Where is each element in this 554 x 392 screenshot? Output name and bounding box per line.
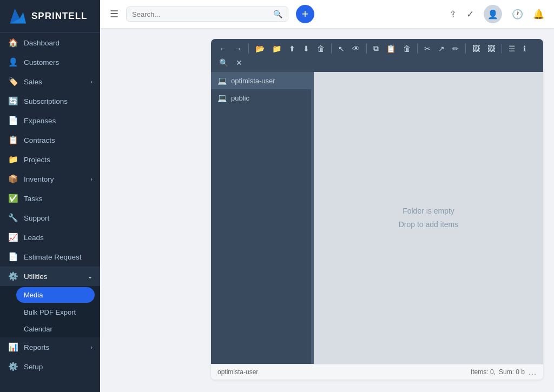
app-logo: SPRINTELL xyxy=(0,0,100,33)
search-input[interactable] xyxy=(132,10,270,18)
delete-button[interactable]: 🗑 xyxy=(400,43,413,55)
fm-empty-line2: Drop to add items xyxy=(399,218,459,231)
topbar: ☰ 🔍 + ⇪ ✓ 👤 🕐 🔔 xyxy=(100,0,554,28)
dashboard-icon: 🏠 xyxy=(8,38,18,48)
chevron-right-icon: › xyxy=(90,344,93,350)
submenu-item-bulk-pdf[interactable]: Bulk PDF Export xyxy=(0,304,100,321)
toolbar-separator xyxy=(417,44,418,54)
sidebar-item-tasks[interactable]: ✅ Tasks xyxy=(0,189,100,208)
submenu-item-media[interactable]: Media xyxy=(16,287,95,303)
sidebar-item-dashboard[interactable]: 🏠 Dashboard xyxy=(0,33,100,52)
notifications-icon[interactable]: 🔔 xyxy=(533,9,544,20)
submenu-label: Calendar xyxy=(24,325,52,333)
sidebar-item-reports[interactable]: 📊 Reports › xyxy=(0,337,100,357)
select-button[interactable]: ↖ xyxy=(335,43,347,55)
sidebar-item-utilities[interactable]: ⚙️ Utilities ⌄ xyxy=(0,267,100,286)
back-button[interactable]: ← xyxy=(216,43,229,55)
forward-button[interactable]: → xyxy=(232,43,245,55)
fm-toolbar: ← → 📂 📁 ⬆ ⬇ 🗑 ↖ 👁 ⧉ 📋 🗑 ✂ ↗ ✏ 🖼 🖼 ☰ ℹ xyxy=(211,39,543,72)
fm-tree-item-label: public xyxy=(231,94,249,102)
fm-search-button[interactable]: 🔍 xyxy=(216,57,231,69)
download-button[interactable]: ⬇ xyxy=(300,43,312,55)
sidebar-item-label: Reports xyxy=(24,343,49,351)
fm-tree-item-optimista[interactable]: 💻 optimista-user xyxy=(211,72,314,89)
leads-icon: 📈 xyxy=(8,232,18,242)
sidebar-item-label: Estimate Request xyxy=(24,253,82,261)
plus-icon: + xyxy=(302,7,309,21)
app-name: SPRINTELL xyxy=(31,11,87,22)
upload-button[interactable]: ⬆ xyxy=(286,43,298,55)
sidebar-item-label: Inventory xyxy=(24,175,54,183)
sidebar-item-label: Contracts xyxy=(24,136,55,144)
sidebar-item-label: Subscriptions xyxy=(24,97,68,105)
sidebar-item-subscriptions[interactable]: 🔄 Subscriptions xyxy=(0,91,100,111)
setup-icon: ⚙️ xyxy=(8,362,18,371)
clock-icon[interactable]: 🕐 xyxy=(512,9,523,20)
move-button[interactable]: ↗ xyxy=(436,43,447,55)
sidebar-item-support[interactable]: 🔧 Support xyxy=(0,208,100,228)
folder-icon: 💻 xyxy=(217,94,227,102)
search-bar: 🔍 xyxy=(126,6,288,22)
resize-handle[interactable] xyxy=(311,72,314,364)
file-manager-panel: ← → 📂 📁 ⬆ ⬇ 🗑 ↖ 👁 ⧉ 📋 🗑 ✂ ↗ ✏ 🖼 🖼 ☰ ℹ xyxy=(211,39,543,380)
image1-button[interactable]: 🖼 xyxy=(470,43,483,55)
sidebar-item-sales[interactable]: 🏷️ Sales › xyxy=(0,72,100,91)
submenu-label: Bulk PDF Export xyxy=(24,308,76,316)
toolbar-separator xyxy=(248,44,249,54)
fm-status-path: optimista-user xyxy=(217,368,258,376)
trash-button[interactable]: 🗑 xyxy=(314,43,327,55)
sidebar-item-label: Expenses xyxy=(24,117,56,125)
subscriptions-icon: 🔄 xyxy=(8,96,18,106)
list-view-button[interactable]: ☰ xyxy=(506,43,518,55)
sidebar-item-expenses[interactable]: 📄 Expenses xyxy=(0,111,100,130)
toolbar-separator xyxy=(465,44,466,54)
paste-button[interactable]: 📋 xyxy=(384,43,398,55)
inventory-icon: 📦 xyxy=(8,174,18,184)
info-button[interactable]: ℹ xyxy=(520,43,529,55)
utilities-submenu: Media Bulk PDF Export Calendar xyxy=(0,286,100,337)
fm-close-button[interactable]: ✕ xyxy=(233,57,245,69)
fm-file-tree: 💻 optimista-user 💻 public xyxy=(211,72,314,364)
fm-tree-item-public[interactable]: 💻 public xyxy=(211,89,314,107)
sidebar-item-estimate-request[interactable]: 📄 Estimate Request xyxy=(0,247,100,267)
fm-tree-item-label: optimista-user xyxy=(231,77,275,85)
rename-button[interactable]: ✏ xyxy=(450,43,461,55)
sidebar-item-leads[interactable]: 📈 Leads xyxy=(0,228,100,247)
sidebar-item-setup[interactable]: ⚙️ Setup xyxy=(0,357,100,376)
sidebar: SPRINTELL 🏠 Dashboard 👤 Customers 🏷️ Sal… xyxy=(0,0,100,392)
app-logo-icon xyxy=(8,6,27,26)
sidebar-item-contracts[interactable]: 📋 Contracts xyxy=(0,130,100,150)
copy-button[interactable]: ⧉ xyxy=(371,42,381,55)
sidebar-item-customers[interactable]: 👤 Customers xyxy=(0,52,100,72)
fm-content-area[interactable]: Folder is empty Drop to add items xyxy=(314,72,543,364)
check-icon[interactable]: ✓ xyxy=(466,9,474,20)
image2-button[interactable]: 🖼 xyxy=(485,43,498,55)
sidebar-item-label: Leads xyxy=(24,234,44,242)
sidebar-item-projects[interactable]: 📁 Projects xyxy=(0,150,100,169)
sidebar-item-inventory[interactable]: 📦 Inventory › xyxy=(0,169,100,189)
toolbar-separator xyxy=(331,44,332,54)
cut-button[interactable]: ✂ xyxy=(421,43,433,55)
sidebar-item-label: Sales xyxy=(24,78,42,86)
fm-empty-message: Folder is empty Drop to add items xyxy=(399,204,459,231)
view-button[interactable]: 👁 xyxy=(349,43,362,55)
add-button[interactable]: + xyxy=(296,5,314,23)
user-avatar[interactable]: 👤 xyxy=(484,5,502,23)
fm-sum: Sum: 0 b xyxy=(499,368,525,376)
submenu-item-calendar[interactable]: Calendar xyxy=(0,321,100,337)
sales-icon: 🏷️ xyxy=(8,77,18,87)
open-folder-button[interactable]: 📂 xyxy=(253,43,267,55)
chevron-right-icon: › xyxy=(90,78,93,85)
menu-toggle-button[interactable]: ☰ xyxy=(110,8,118,20)
fm-more-button[interactable]: … xyxy=(528,367,537,377)
sidebar-item-label: Projects xyxy=(24,156,50,164)
contracts-icon: 📋 xyxy=(8,135,18,145)
fm-status-right: Items: 0, Sum: 0 b … xyxy=(471,367,537,377)
share-icon[interactable]: ⇪ xyxy=(449,9,457,20)
new-folder-button[interactable]: 📁 xyxy=(269,43,284,55)
estimate-icon: 📄 xyxy=(8,252,18,262)
fm-empty-line1: Folder is empty xyxy=(399,204,459,218)
utilities-icon: ⚙️ xyxy=(8,271,18,281)
sidebar-item-label: Tasks xyxy=(24,195,43,203)
customers-icon: 👤 xyxy=(8,57,18,67)
